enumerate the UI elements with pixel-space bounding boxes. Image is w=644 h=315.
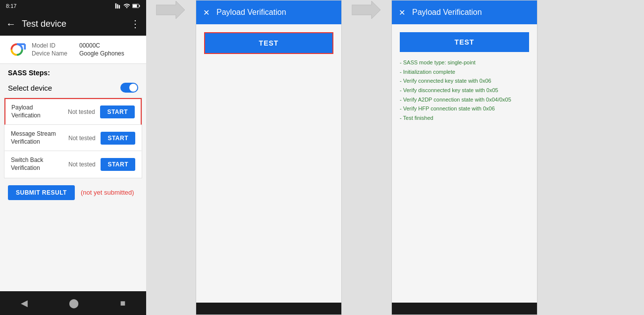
app-bar: ← Test device ⋮ [0, 12, 146, 36]
model-row: Model ID 00000C [32, 42, 124, 49]
google-logo [8, 41, 26, 58]
dialog-header-1: ✕ Payload Verification [196, 0, 341, 24]
device-name-value: Google Gphones [79, 50, 124, 57]
svg-rect-1 [117, 4, 118, 9]
status-time: 8:17 [6, 3, 16, 9]
device-details: Model ID 00000C Device Name Google Gphon… [32, 42, 124, 57]
dialog-frame-2: ✕ Payload Verification TEST - SASS mode … [391, 0, 537, 315]
step-name-message-stream: Message Stream Verification [11, 130, 63, 146]
step-status-switch-back: Not tested [67, 161, 97, 168]
app-title: Test device [22, 19, 130, 29]
select-device-label: Select device [8, 84, 52, 92]
result-item: - Verify disconnected key state with 0x0… [400, 86, 529, 95]
not-submitted-text: (not yet submitted) [81, 189, 134, 196]
navigation-bar: ◀ ⬤ ■ [0, 291, 146, 315]
arrow-section-2 [342, 0, 391, 20]
dialog-close-2[interactable]: ✕ [399, 8, 405, 17]
step-name-payload: Payload Verification [11, 104, 62, 119]
result-item: - Verify HFP connection state with 0x06 [400, 104, 529, 113]
step-row-switch-back: Switch Back Verification Not tested STAR… [4, 151, 142, 177]
back-button[interactable]: ← [6, 18, 16, 30]
svg-rect-2 [119, 5, 120, 8]
result-item: - Verify connected key state with 0x06 [400, 76, 529, 86]
model-value: 00000C [79, 42, 100, 49]
result-item: - Verify A2DP connection state with 0x04… [400, 95, 529, 105]
device-name-label: Device Name [32, 50, 71, 57]
result-item: - Test finished [400, 113, 529, 123]
svg-rect-0 [115, 3, 116, 9]
dialog-header-2: ✕ Payload Verification [392, 0, 537, 24]
sass-steps-label: SASS Steps: [0, 64, 146, 80]
arrow-right-2 [352, 0, 381, 20]
step-row-message-stream: Message Stream Verification Not tested S… [4, 125, 142, 151]
dialog-body-2: TEST - SASS mode type: single-point- Ini… [392, 24, 537, 303]
steps-container: Payload Verification Not tested START Me… [4, 98, 142, 178]
svg-rect-5 [139, 5, 140, 7]
step-row-payload: Payload Verification Not tested START [4, 98, 142, 125]
step-name-switch-back: Switch Back Verification [11, 157, 63, 172]
select-device-row: Select device [0, 80, 146, 98]
phone-frame: 8:17 ← Test device ⋮ [0, 0, 146, 315]
model-label: Model ID [32, 42, 71, 49]
back-nav-button[interactable]: ◀ [21, 298, 28, 309]
battery-icon [132, 3, 140, 9]
menu-button[interactable]: ⋮ [130, 18, 140, 30]
svg-marker-8 [156, 1, 185, 19]
dialog-frame-1: ✕ Payload Verification TEST [196, 0, 342, 315]
device-name-row: Device Name Google Gphones [32, 50, 124, 57]
select-device-toggle[interactable] [120, 83, 138, 93]
recents-nav-button[interactable]: ■ [120, 298, 125, 309]
status-bar: 8:17 [0, 0, 146, 12]
svg-marker-9 [352, 1, 380, 19]
dialog-body-1: TEST [196, 24, 341, 303]
step-status-message-stream: Not tested [67, 135, 97, 142]
arrow-section-1 [146, 0, 196, 20]
sim-icon [114, 2, 121, 9]
svg-rect-4 [133, 4, 137, 7]
wifi-icon [123, 2, 130, 9]
test-button-1[interactable]: TEST [204, 32, 333, 54]
test-button-2[interactable]: TEST [400, 32, 529, 52]
phone-content: Model ID 00000C Device Name Google Gphon… [0, 36, 146, 291]
result-item: - Initialization complete [400, 67, 529, 77]
status-icons [114, 2, 140, 9]
dialog-footer-2 [392, 303, 537, 315]
device-info: Model ID 00000C Device Name Google Gphon… [0, 36, 146, 64]
start-button-message-stream[interactable]: START [101, 132, 135, 145]
step-status-payload: Not tested [66, 108, 96, 115]
submit-row: SUBMIT RESULT (not yet submitted) [0, 178, 146, 207]
start-button-payload[interactable]: START [100, 105, 135, 118]
result-item: - SASS mode type: single-point [400, 58, 529, 67]
home-nav-button[interactable]: ⬤ [69, 298, 79, 309]
dialog-close-1[interactable]: ✕ [203, 8, 210, 17]
dialog-title-1: Payload Verification [216, 8, 286, 17]
dialog-title-2: Payload Verification [412, 8, 482, 17]
result-list: - SASS mode type: single-point- Initiali… [400, 58, 529, 123]
submit-result-button[interactable]: SUBMIT RESULT [8, 185, 75, 200]
arrow-right-1 [156, 0, 186, 20]
start-button-switch-back[interactable]: START [101, 158, 135, 171]
dialog-footer-1 [196, 303, 341, 315]
